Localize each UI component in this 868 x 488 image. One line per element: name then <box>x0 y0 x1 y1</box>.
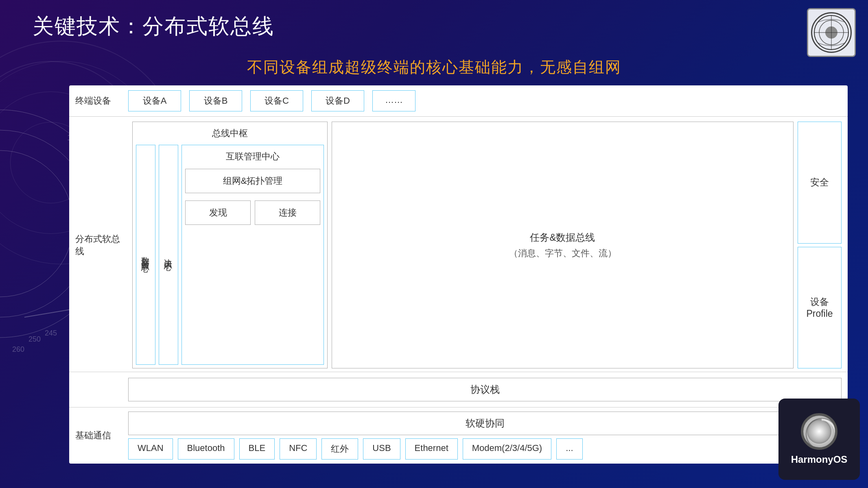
tech-ble: BLE <box>239 438 275 460</box>
device-c: 设备C <box>250 90 303 111</box>
protocol-stack: 协议栈 <box>128 378 842 401</box>
svg-text:245: 245 <box>45 329 57 337</box>
interconnect-title: 互联管理中心 <box>185 148 320 165</box>
tech-wlan: WLAN <box>128 438 173 460</box>
main-content-row: 分布式软总线 总线中枢 数据与计算中心 决策中心 互联管理中心 组网&拓扑管理 … <box>69 117 848 372</box>
topology-btn: 组网&拓扑管理 <box>185 169 320 193</box>
soft-hard-box: 软硬协同 <box>128 412 842 435</box>
svg-point-18 <box>806 418 837 449</box>
basic-comms-row: 基础通信 软硬协同 WLAN Bluetooth BLE NFC 红外 USB … <box>69 407 848 464</box>
softbus-label: 分布式软总线 <box>75 122 128 368</box>
discover-btn: 发现 <box>185 200 251 225</box>
page-title: 关键技术：分布式软总线 <box>33 12 274 41</box>
devices-row: 终端设备 设备A 设备B 设备C 设备D …… <box>69 85 848 117</box>
logo-top-right <box>807 8 856 57</box>
main-diagram: 终端设备 设备A 设备B 设备C 设备D …… 分布式软总线 总线中枢 数据与计… <box>69 85 848 464</box>
tech-boxes: WLAN Bluetooth BLE NFC 红外 USB Ethernet M… <box>128 438 842 460</box>
harmony-circle-icon <box>801 413 837 450</box>
tech-modem: Modem(2/3/4/5G) <box>463 438 551 460</box>
bus-hub-inner: 数据与计算中心 决策中心 互联管理中心 组网&拓扑管理 发现 连接 <box>136 145 324 365</box>
svg-point-2 <box>0 150 73 297</box>
tech-ethernet: Ethernet <box>405 438 458 460</box>
interconnect-area: 互联管理中心 组网&拓扑管理 发现 连接 <box>181 145 324 365</box>
harmonyos-label: HarmonyOS <box>791 454 848 465</box>
protocol-row: 协议栈 <box>69 372 848 407</box>
right-section: 安全 设备Profile <box>798 122 842 368</box>
device-more: …… <box>372 90 415 111</box>
tech-usb: USB <box>363 438 400 460</box>
subtitle: 不同设备组成超级终端的核心基础能力，无感自组网 <box>0 57 868 78</box>
device-d: 设备D <box>311 90 364 111</box>
profile-box: 设备Profile <box>798 247 842 369</box>
tech-nfc: NFC <box>280 438 317 460</box>
harmonyos-logo: HarmonyOS <box>778 399 860 480</box>
svg-text:260: 260 <box>12 345 24 353</box>
task-data-title: 任务&数据总线 <box>509 231 617 244</box>
task-data-subtitle: （消息、字节、文件、流） <box>509 247 617 259</box>
profile-label: 设备Profile <box>806 296 833 319</box>
tech-infrared: 红外 <box>321 438 358 460</box>
svg-line-9 <box>24 309 73 317</box>
bus-hub-container: 总线中枢 数据与计算中心 决策中心 互联管理中心 组网&拓扑管理 发现 连接 <box>132 122 328 368</box>
terminals-label: 终端设备 <box>75 95 128 107</box>
connect-btn: 连接 <box>255 200 320 225</box>
security-box: 安全 <box>798 122 842 244</box>
svg-text:250: 250 <box>28 335 41 343</box>
tech-bluetooth: Bluetooth <box>178 438 234 460</box>
basic-comms-content: 软硬协同 WLAN Bluetooth BLE NFC 红外 USB Ether… <box>128 412 842 460</box>
data-center-box: 数据与计算中心 <box>136 145 155 365</box>
basic-comms-label: 基础通信 <box>75 429 128 442</box>
tech-more: ... <box>556 438 582 460</box>
decision-center-box: 决策中心 <box>159 145 178 365</box>
all-boxes: 总线中枢 数据与计算中心 决策中心 互联管理中心 组网&拓扑管理 发现 连接 <box>132 122 842 368</box>
device-b: 设备B <box>189 90 242 111</box>
device-a: 设备A <box>128 90 181 111</box>
device-boxes: 设备A 设备B 设备C 设备D …… <box>128 90 842 111</box>
bus-hub-title: 总线中枢 <box>136 125 324 142</box>
task-data-bus: 任务&数据总线 （消息、字节、文件、流） <box>332 122 794 368</box>
logo-inner <box>811 12 852 53</box>
